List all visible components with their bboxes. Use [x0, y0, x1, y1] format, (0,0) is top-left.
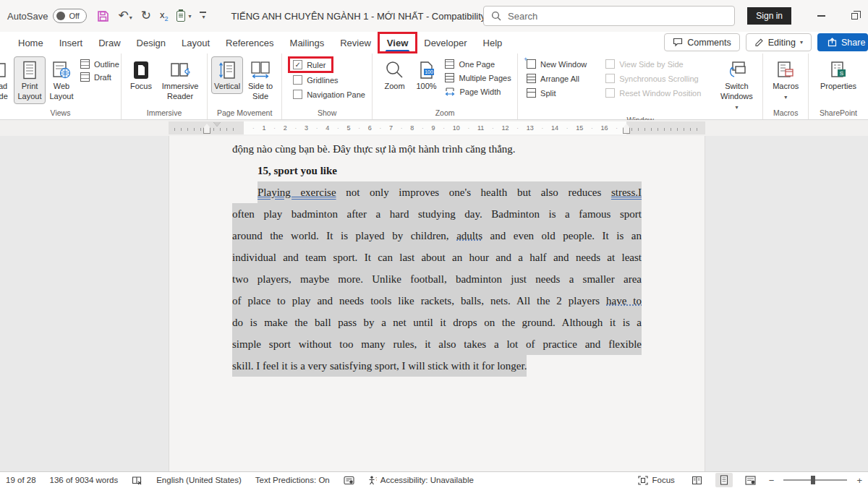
tab-design[interactable]: Design — [129, 32, 174, 53]
customize-qat-button[interactable]: ▾ — [200, 12, 206, 20]
tab-view[interactable]: View — [379, 32, 416, 53]
web-layout-view-button[interactable] — [742, 473, 760, 487]
doc-text: of place to play and needs tools like ra… — [232, 295, 606, 307]
zoom-slider[interactable] — [783, 479, 847, 481]
accessibility-icon: ? — [368, 476, 377, 485]
selected-paragraph[interactable]: Playing exercise not only improves one's… — [232, 181, 642, 377]
navigation-pane-checkbox[interactable]: Navigation Pane — [293, 90, 365, 99]
gridlines-checkbox[interactable]: Gridlines — [293, 75, 338, 85]
horizontal-ruler[interactable]: ·1·2·3·4·5·6·7·8·9·10·11·12·13·14·15·16· — [0, 120, 868, 136]
clipboard-icon — [176, 11, 185, 22]
draft-button[interactable]: Draft — [80, 72, 119, 82]
tab-layout[interactable]: Layout — [174, 32, 218, 53]
one-page-button[interactable]: One Page — [445, 59, 511, 69]
tab-mailings[interactable]: Mailings — [282, 32, 333, 53]
zoom-button[interactable]: Zoom — [378, 56, 410, 94]
macros-button[interactable]: Macros ▾ — [768, 56, 803, 103]
quick-access-toolbar: ↶▾ ↻ x2 ▾ ▾ — [97, 9, 206, 22]
print-layout-view-icon — [720, 475, 728, 485]
zoom-in-button[interactable]: + — [856, 475, 862, 486]
document-page[interactable]: động nào cùng bạn bè. Đây thực sự là một… — [169, 136, 705, 471]
page-number-indicator[interactable]: 19 of 28 — [6, 476, 36, 484]
ruler-page-range: ·1·2·3·4·5·6·7·8·9·10·11·12·13·14·15·16· — [169, 121, 705, 134]
paste-button[interactable]: ▾ — [176, 11, 191, 22]
vertical-button[interactable]: Vertical — [211, 56, 243, 94]
split-button[interactable]: Split — [527, 88, 587, 98]
save-icon[interactable] — [97, 10, 109, 22]
doc-text: not only improves one's health but also … — [336, 187, 611, 198]
statusbar-right: Focus − + — [638, 473, 862, 487]
share-button[interactable]: Share — [817, 33, 868, 51]
page-width-button[interactable]: Page Width — [445, 87, 511, 97]
web-layout-button[interactable]: Web Layout — [46, 56, 77, 104]
ruler-tick: · — [316, 125, 318, 132]
side-to-side-button[interactable]: Side to Side — [243, 56, 278, 104]
switch-windows-button[interactable]: Switch Windows ▾ — [714, 56, 759, 114]
proofing-errors-button[interactable] — [132, 476, 142, 485]
svg-text:100: 100 — [425, 69, 434, 74]
view-side-by-side-icon — [605, 59, 615, 69]
ruler-number: 9 — [431, 124, 435, 132]
checkbox-checked-icon: ✓ — [293, 60, 302, 69]
focus-button[interactable]: Focus — [125, 56, 157, 94]
sign-in-button[interactable]: Sign in — [747, 7, 791, 25]
read-mode-view-button[interactable] — [689, 473, 706, 487]
new-window-button[interactable]: New Window — [527, 59, 587, 69]
ruler-checkbox[interactable]: ✓ Ruler — [293, 60, 326, 69]
tab-draw[interactable]: Draw — [90, 32, 128, 53]
read-mode-button[interactable]: Read Mode — [0, 56, 14, 104]
comments-button[interactable]: Comments — [664, 33, 739, 51]
title-bar: AutoSave Off ↶▾ ↻ x2 ▾ ▾ TIẾNG ANH CHUYÊ… — [0, 0, 868, 32]
immersive-group-label: Immersive — [123, 107, 205, 119]
page-width-icon — [445, 87, 455, 97]
text-predictions-indicator[interactable]: Text Predictions: On — [255, 476, 330, 484]
search-input[interactable]: Search — [483, 6, 735, 26]
checkbox-empty-icon — [293, 90, 302, 99]
switch-windows-icon — [726, 61, 746, 80]
tab-home[interactable]: Home — [10, 32, 51, 53]
immersive-reader-button[interactable]: Immersive Reader — [157, 56, 203, 104]
first-line-indent-marker[interactable] — [213, 122, 221, 127]
tab-references[interactable]: References — [218, 32, 281, 53]
zoom-100-icon: 100 — [417, 61, 435, 80]
properties-button[interactable]: S Properties — [816, 56, 861, 94]
restore-button[interactable] — [851, 13, 858, 20]
ruler-tick: · — [566, 125, 569, 132]
ruler-number: 5 — [346, 124, 350, 132]
editor-button[interactable] — [344, 476, 354, 485]
outline-button[interactable]: Outline — [80, 59, 119, 69]
comment-icon — [673, 38, 683, 47]
tab-insert[interactable]: Insert — [51, 32, 91, 53]
accessibility-checker-button[interactable]: ? Accessibility: Unavailable — [368, 476, 474, 485]
focus-mode-button[interactable]: Focus — [638, 476, 674, 485]
ruler-tick: · — [295, 125, 297, 132]
autosave-toggle[interactable]: Off — [53, 9, 87, 23]
hanging-indent-marker[interactable] — [203, 127, 210, 134]
zoom-out-button[interactable]: − — [769, 475, 775, 486]
zoom-slider-thumb[interactable] — [811, 476, 815, 484]
tab-developer[interactable]: Developer — [416, 32, 475, 53]
minimize-button[interactable] — [817, 15, 825, 17]
arrange-all-button[interactable]: Arrange All — [527, 74, 587, 83]
subscript-button[interactable]: x2 — [160, 9, 169, 22]
tab-help[interactable]: Help — [475, 32, 511, 53]
word-count-indicator[interactable]: 136 of 9034 words — [50, 476, 119, 484]
print-layout-view-button[interactable] — [715, 473, 733, 487]
flagged-text: adults — [456, 230, 482, 241]
doc-line: around the world. It is played by childr… — [232, 225, 642, 247]
ribbon-group-page-movement: Vertical Side to Side Page Movement — [208, 53, 282, 119]
multiple-pages-button[interactable]: Multiple Pages — [445, 73, 511, 82]
ruler-number: 2 — [284, 124, 287, 132]
intro-line: động nào cùng bạn bè. Đây thực sự là một… — [232, 138, 642, 160]
print-layout-button[interactable]: Print Layout — [14, 56, 46, 104]
redo-button[interactable]: ↻ — [141, 9, 151, 22]
editing-button[interactable]: Editing ▾ — [746, 33, 812, 51]
doc-text: and even old people. It is an — [482, 230, 642, 241]
language-indicator[interactable]: English (United States) — [156, 476, 242, 484]
undo-button[interactable]: ↶▾ — [118, 9, 132, 22]
right-indent-marker[interactable] — [623, 127, 630, 134]
tab-review[interactable]: Review — [332, 32, 379, 53]
zoom-100-button[interactable]: 100 100% — [410, 56, 442, 94]
ruler-tick: · — [516, 125, 519, 132]
ruler-number: 11 — [477, 124, 484, 132]
